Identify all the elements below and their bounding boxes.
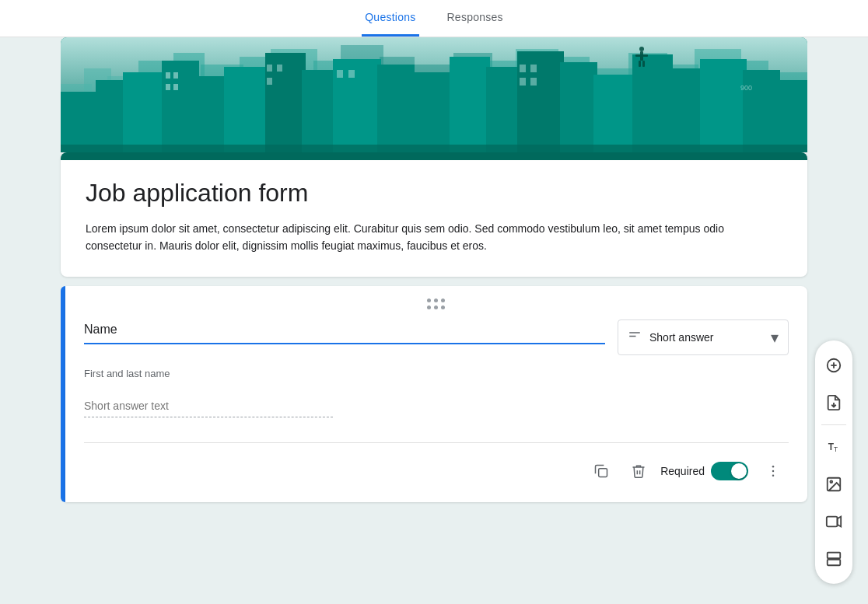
form-banner: 900 — [61, 37, 807, 152]
svg-text:T: T — [834, 446, 838, 453]
question-card-wrapper: Short answer ▾ First and last name — [61, 286, 807, 502]
question-top-row: Short answer ▾ — [84, 319, 789, 355]
svg-rect-33 — [411, 72, 453, 152]
svg-rect-78 — [827, 517, 838, 527]
tab-bar: Questions Responses — [0, 0, 868, 37]
svg-rect-49 — [277, 65, 282, 72]
svg-rect-53 — [520, 65, 526, 72]
duplicate-button[interactable] — [586, 456, 617, 487]
svg-rect-39 — [632, 54, 673, 152]
drag-dot — [434, 305, 438, 309]
svg-marker-79 — [838, 517, 842, 527]
form-title: Job application form — [86, 179, 782, 208]
svg-rect-24 — [96, 80, 127, 152]
tab-responses[interactable]: Responses — [444, 0, 506, 37]
svg-rect-66 — [599, 468, 607, 477]
answer-type-icon — [628, 328, 642, 346]
required-label: Required — [660, 465, 705, 477]
svg-rect-23 — [61, 92, 100, 152]
drag-dots-grid — [427, 299, 446, 310]
svg-rect-48 — [267, 65, 272, 72]
import-questions-button[interactable] — [815, 384, 852, 421]
delete-button[interactable] — [623, 456, 654, 487]
svg-rect-81 — [828, 560, 841, 565]
svg-rect-38 — [593, 75, 636, 152]
svg-rect-41 — [700, 59, 747, 152]
tab-questions[interactable]: Questions — [362, 0, 418, 37]
add-section-button[interactable] — [815, 540, 852, 578]
svg-rect-44 — [166, 72, 170, 79]
svg-rect-32 — [377, 65, 415, 152]
svg-rect-40 — [669, 68, 704, 152]
required-row: Required — [660, 462, 748, 480]
svg-rect-37 — [560, 62, 597, 152]
svg-rect-55 — [520, 78, 526, 86]
svg-rect-80 — [828, 553, 841, 558]
question-card: Short answer ▾ First and last name — [65, 286, 807, 502]
svg-rect-45 — [173, 72, 178, 79]
question-actions: Required — [84, 456, 789, 487]
svg-rect-46 — [166, 84, 170, 90]
dropdown-arrow-icon: ▾ — [771, 328, 779, 347]
svg-rect-34 — [450, 57, 490, 152]
answer-type-dropdown[interactable]: Short answer ▾ — [618, 319, 789, 355]
svg-rect-42 — [743, 70, 780, 152]
add-video-button[interactable] — [815, 503, 852, 540]
answer-type-label: Short answer — [649, 331, 763, 344]
svg-rect-52 — [348, 70, 355, 78]
svg-point-61 — [639, 47, 644, 51]
drag-handle[interactable] — [84, 299, 789, 310]
svg-rect-27 — [195, 76, 228, 152]
svg-rect-43 — [776, 80, 807, 152]
svg-point-67 — [772, 466, 775, 468]
svg-text:900: 900 — [740, 84, 752, 92]
svg-rect-50 — [267, 78, 272, 85]
svg-rect-56 — [530, 78, 537, 86]
required-toggle[interactable] — [711, 462, 748, 480]
svg-rect-30 — [302, 70, 337, 152]
drag-dot — [441, 305, 445, 309]
drag-dot — [441, 299, 445, 302]
svg-rect-59 — [639, 61, 641, 67]
svg-rect-28 — [224, 67, 269, 152]
card-divider — [84, 442, 789, 443]
svg-rect-25 — [123, 72, 166, 152]
svg-rect-54 — [530, 65, 537, 72]
more-options-button[interactable] — [758, 456, 789, 487]
question-name-input[interactable] — [84, 319, 605, 344]
svg-rect-35 — [486, 67, 521, 152]
question-input-area — [84, 319, 605, 344]
toolbar-divider — [821, 424, 846, 425]
svg-rect-60 — [642, 61, 645, 67]
right-toolbar: T T — [815, 340, 852, 584]
question-helper-text: First and last name — [84, 368, 789, 379]
svg-rect-51 — [337, 70, 343, 78]
add-question-button[interactable] — [815, 347, 852, 384]
toggle-thumb — [731, 463, 747, 479]
svg-rect-47 — [173, 84, 178, 90]
add-image-button[interactable] — [815, 466, 852, 503]
svg-point-69 — [772, 474, 775, 477]
drag-dot — [427, 299, 431, 302]
short-answer-input[interactable] — [84, 395, 333, 417]
drag-dot — [434, 299, 438, 302]
svg-point-77 — [830, 480, 832, 483]
form-description: Lorem ipsum dolor sit amet, consectetur … — [86, 220, 782, 255]
svg-rect-58 — [635, 54, 648, 57]
svg-rect-63 — [61, 145, 807, 152]
drag-dot — [427, 305, 431, 309]
page-inner: 900 Job application form Lorem ipsum dol… — [61, 37, 807, 604]
add-title-button[interactable]: T T — [815, 428, 852, 466]
svg-point-68 — [772, 470, 775, 473]
form-title-card: Job application form Lorem ipsum dolor s… — [61, 152, 807, 277]
page-outer: 900 Job application form Lorem ipsum dol… — [0, 37, 868, 604]
